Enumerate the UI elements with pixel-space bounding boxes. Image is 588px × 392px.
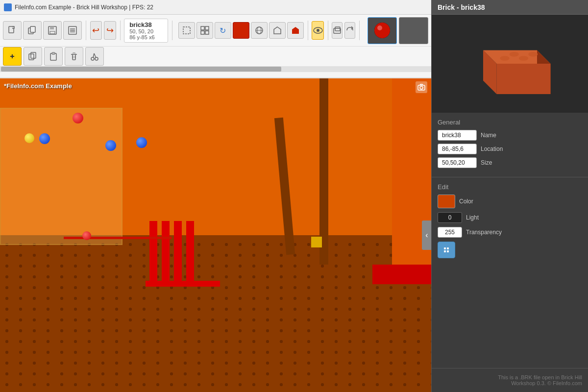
red-line: [64, 237, 172, 239]
svg-point-48: [528, 52, 538, 57]
right-brick: [372, 265, 431, 284]
footer-text: This is a .BRK file open in Brick Hill W…: [438, 374, 582, 386]
light-row: 0 Light: [438, 212, 582, 223]
svg-rect-11: [201, 26, 204, 30]
panel-title: Brick - brick38: [438, 3, 485, 11]
eye-btn[interactable]: [312, 21, 323, 40]
general-title: General: [438, 119, 582, 126]
color-row: Color: [438, 195, 582, 208]
svg-point-46: [518, 56, 528, 61]
svg-rect-4: [50, 26, 54, 29]
paste-btn[interactable]: [44, 47, 63, 66]
brick-size-display: 86 y-85 x6: [129, 34, 163, 40]
svg-rect-22: [335, 27, 340, 31]
scrollbar-thumb[interactable]: [1, 67, 281, 72]
color-mask-btn[interactable]: [287, 22, 304, 39]
panel-footer: This is a .BRK file open in Brick Hill W…: [432, 368, 588, 392]
column4: [186, 221, 194, 285]
select-box-btn[interactable]: [178, 22, 195, 39]
location-value[interactable]: 86,-85,6: [438, 144, 477, 154]
color-fill-btn[interactable]: [233, 22, 249, 39]
brick-name-display: brick38: [129, 21, 163, 28]
move-mode-btn[interactable]: [332, 22, 343, 39]
svg-point-20: [317, 29, 319, 32]
copy-btn[interactable]: [24, 47, 42, 66]
app-icon: [4, 3, 12, 11]
column2: [162, 221, 170, 285]
brick-preview-svg: [456, 29, 564, 98]
transparency-row: 255 Transparency: [438, 227, 582, 238]
new-button[interactable]: [3, 21, 22, 40]
svg-rect-49: [442, 246, 450, 254]
cut-btn[interactable]: [85, 47, 104, 66]
undo-button[interactable]: ↩: [90, 21, 102, 40]
light-value[interactable]: 0: [438, 212, 462, 223]
redo-button[interactable]: ↪: [104, 21, 116, 40]
brick-info: brick38 50, 50, 20 86 y-85 x6: [124, 19, 168, 43]
size-value[interactable]: 50,50,20: [438, 157, 477, 168]
viewport[interactable]: *FileInfo.com Example ‹: [0, 78, 431, 392]
brick-thumb-2[interactable]: [399, 17, 428, 44]
viewport-icon[interactable]: [416, 81, 427, 93]
nav-arrow[interactable]: ‹: [422, 220, 431, 250]
columns-group: [149, 221, 194, 285]
svg-point-40: [420, 86, 423, 89]
svg-rect-29: [29, 54, 34, 60]
svg-point-24: [374, 23, 390, 38]
name-value[interactable]: brick38: [438, 130, 477, 141]
light-label: Light: [466, 214, 479, 221]
svg-rect-32: [52, 52, 55, 54]
add-btn[interactable]: [3, 47, 22, 66]
special-action-btn[interactable]: [438, 242, 455, 258]
right-panel: Brick - brick38 General brick38 Name: [431, 0, 588, 392]
sphere-yellow: [24, 133, 34, 143]
svg-rect-50: [444, 247, 446, 249]
transparency-label: Transparency: [466, 229, 502, 236]
svg-rect-14: [205, 31, 209, 34]
toolbar-scrollbar[interactable]: [0, 66, 431, 72]
separator3: [172, 21, 172, 40]
name-label: Name: [481, 132, 496, 139]
texture-btn[interactable]: [251, 22, 268, 39]
svg-rect-52: [444, 250, 446, 252]
panel-header: Brick - brick38: [432, 0, 588, 15]
toolbar: ↩ ↪ brick38 50, 50, 20 86 y-85 x6 ↻: [0, 15, 431, 78]
svg-line-38: [94, 53, 96, 58]
file-tools: [3, 21, 82, 40]
sphere-blue3: [136, 137, 147, 148]
mini-toolbar: ↻: [178, 22, 304, 39]
name-row: brick38 Name: [438, 130, 582, 141]
save-button[interactable]: [43, 21, 62, 40]
mask-btn[interactable]: [269, 22, 286, 39]
sphere-red2: [82, 231, 91, 240]
panel-edit: Edit Color 0 Light 255 Transparency: [432, 177, 588, 268]
transparency-value[interactable]: 255: [438, 227, 462, 238]
svg-rect-30: [31, 52, 36, 58]
delete-btn[interactable]: [65, 47, 83, 66]
panel-preview: [432, 15, 588, 113]
svg-point-25: [377, 25, 382, 30]
toolbar-row1: ↩ ↪ brick38 50, 50, 20 86 y-85 x6 ↻: [0, 15, 431, 47]
bg-wall: [0, 108, 122, 245]
color-swatch[interactable]: [438, 195, 455, 208]
sphere-red1: [73, 113, 83, 123]
separator6: [359, 21, 360, 40]
svg-point-47: [509, 52, 518, 57]
svg-rect-15: [238, 27, 245, 34]
svg-rect-10: [183, 27, 190, 34]
copy-file-button[interactable]: [23, 21, 42, 40]
rotate-mode-btn[interactable]: [344, 22, 355, 39]
svg-rect-5: [50, 31, 55, 34]
brick-thumb-1[interactable]: [368, 17, 397, 44]
select-all-btn[interactable]: [196, 22, 213, 39]
svg-rect-12: [205, 26, 209, 30]
settings-button[interactable]: [63, 21, 82, 40]
svg-point-45: [500, 56, 509, 61]
svg-rect-51: [447, 247, 449, 249]
rotate-btn[interactable]: ↻: [215, 22, 231, 39]
separator5: [328, 21, 328, 40]
sphere-blue1: [39, 133, 50, 144]
separator1: [86, 21, 86, 40]
special-row: [438, 242, 582, 258]
color-label: Color: [459, 198, 473, 205]
